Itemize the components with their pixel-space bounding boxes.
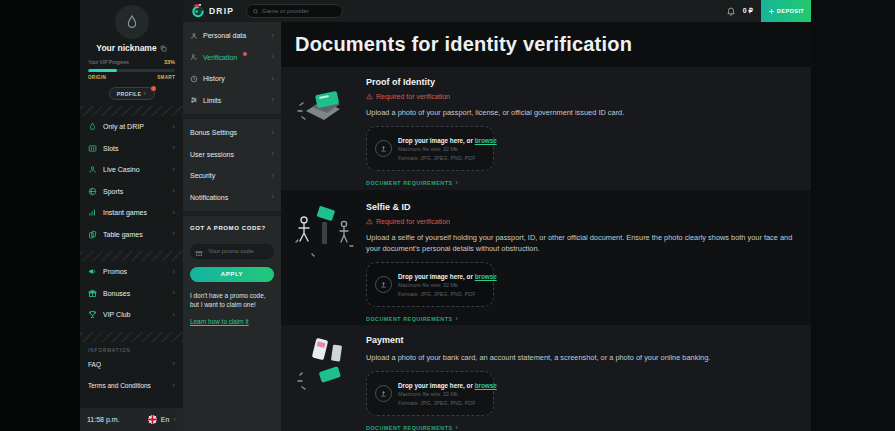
menu-item-user-sessions[interactable]: User sessions ›	[183, 144, 281, 166]
sidebar-item-table-games[interactable]: Table games ›	[80, 224, 183, 246]
sidebar-item-label: Only at DRIP	[103, 123, 144, 130]
warning-icon	[366, 93, 373, 100]
balance-amount[interactable]: 0 ₽	[743, 7, 753, 15]
profile-button[interactable]: PROFILE ›	[109, 87, 155, 100]
browse-link[interactable]: browse	[475, 382, 497, 389]
chevron-right-icon: ›	[143, 90, 146, 98]
chevron-right-icon: ›	[172, 123, 175, 131]
document-requirements-link[interactable]: DOCUMENT REQUIREMENTS ›	[366, 179, 793, 186]
dropzone-text: Drop your image here, or	[398, 382, 473, 389]
trophy-icon	[88, 310, 97, 319]
person-icon	[190, 32, 198, 40]
dimmed-background-right	[811, 0, 895, 431]
sliders-icon	[190, 96, 198, 104]
menu-item-label: User sessions	[190, 151, 234, 158]
brand-name: DRIP	[209, 6, 234, 16]
chevron-right-icon: ›	[456, 179, 458, 186]
sidebar-item-instant-games[interactable]: Instant games ›	[80, 202, 183, 224]
upload-dropzone-selfie[interactable]: Drop your image here, or browse Maximum …	[366, 262, 494, 307]
deposit-button[interactable]: DEPOSIT	[761, 0, 811, 22]
account-menu-secondary-group: Bonus Settings › User sessions › Securit…	[183, 119, 281, 211]
dropzone-formats: Formats: JPG, JPEG, PNG, PDF	[398, 155, 497, 161]
decorative-divider	[80, 332, 183, 342]
section-payment: Payment Upload a photo of your bank card…	[281, 325, 811, 431]
chevron-right-icon: ›	[271, 75, 274, 83]
dropzone-formats: Formats: JPG, JPEG, PNG, PDF	[398, 291, 497, 297]
sidebar-item-only-at-drip[interactable]: Only at DRIP ›	[80, 116, 183, 138]
clock-time: 11:58 p.m.	[87, 416, 120, 423]
notification-dot	[243, 52, 247, 56]
megaphone-icon	[88, 267, 97, 276]
sidebar-item-live-casino[interactable]: Live Casino ›	[80, 159, 183, 181]
document-requirements-label: DOCUMENT REQUIREMENTS	[366, 180, 453, 186]
sidebar-item-label: Terms and Conditions	[88, 382, 151, 389]
chevron-right-icon: ›	[172, 311, 175, 319]
required-text: Required for verification	[376, 93, 450, 100]
section-description: Upload a selfie of yourself holding your…	[366, 232, 793, 254]
document-requirements-label: DOCUMENT REQUIREMENTS	[366, 425, 453, 431]
browse-link[interactable]: browse	[475, 137, 497, 144]
upload-dropzone-payment[interactable]: Drop your image here, or browse Maximum …	[366, 371, 494, 416]
chevron-right-icon: ›	[271, 172, 274, 180]
search-icon	[252, 8, 259, 15]
dealer-icon	[88, 165, 97, 174]
notification-dot	[151, 86, 156, 91]
sidebar-item-label: Table games	[103, 231, 143, 238]
brand-logo[interactable]: DRIP	[191, 4, 234, 18]
edit-nickname-icon[interactable]	[160, 45, 167, 52]
search-box[interactable]	[246, 4, 343, 18]
person-check-icon	[190, 53, 198, 61]
sidebar-item-faq[interactable]: FAQ ›	[80, 354, 183, 376]
vip-tier-end: SMART	[157, 75, 175, 80]
vip-progress-percent: 33%	[164, 59, 175, 65]
sidebar-item-slots[interactable]: Slots ›	[80, 138, 183, 160]
browse-link[interactable]: browse	[475, 273, 497, 280]
sidebar-item-vip-club[interactable]: VIP Club ›	[80, 304, 183, 326]
chevron-right-icon: ›	[172, 209, 175, 217]
upload-icon	[375, 385, 392, 402]
menu-item-limits[interactable]: Limits ›	[183, 90, 281, 112]
main-content: Documents for identity verification	[281, 22, 811, 431]
section-proof-of-identity: Proof of Identity Required for verificat…	[281, 67, 811, 190]
dropzone-max-size: Maximum file size: 32 Mb	[398, 282, 497, 288]
menu-item-notifications[interactable]: Notifications ›	[183, 187, 281, 209]
dropzone-max-size: Maximum file size: 32 Mb	[398, 146, 497, 152]
app-root: Your nickname Your VIP Progress 33% ORIG…	[0, 0, 895, 431]
chevron-right-icon: ›	[271, 129, 274, 137]
chevron-right-icon: ›	[172, 230, 175, 238]
menu-item-history[interactable]: History ›	[183, 68, 281, 90]
document-requirements-link[interactable]: DOCUMENT REQUIREMENTS ›	[366, 315, 793, 322]
avatar[interactable]	[115, 5, 149, 39]
apply-promo-button[interactable]: APPLY	[190, 267, 274, 282]
language-selector[interactable]: En	[161, 416, 170, 423]
drip-logo-icon	[191, 4, 205, 18]
section-heading: Proof of Identity	[366, 77, 793, 87]
notifications-bell-icon[interactable]	[726, 6, 736, 16]
menu-item-bonus-settings[interactable]: Bonus Settings ›	[183, 122, 281, 144]
account-menu-primary-group: Personal data › Verification › History ›	[183, 22, 281, 114]
sidebar-item-bonuses[interactable]: Bonuses ›	[80, 283, 183, 305]
upload-icon	[375, 140, 392, 157]
dimmed-background-left	[0, 0, 80, 431]
chevron-right-icon: ›	[172, 382, 175, 390]
selfie-id-illustration	[289, 190, 359, 325]
menu-item-security[interactable]: Security ›	[183, 165, 281, 187]
sidebar-item-label: Live Casino	[103, 166, 140, 173]
sidebar-item-terms[interactable]: Terms and Conditions ›	[80, 375, 183, 397]
menu-item-verification[interactable]: Verification ›	[183, 47, 281, 69]
sidebar-item-label: Sports	[103, 188, 123, 195]
promo-claim-link[interactable]: Learn how to claim it	[190, 318, 249, 325]
sidebar-item-sports[interactable]: Sports ›	[80, 181, 183, 203]
document-requirements-link[interactable]: DOCUMENT REQUIREMENTS ›	[366, 424, 793, 431]
topbar: DRIP 0 ₽ DEPOSIT	[183, 0, 811, 22]
required-text: Required for verification	[376, 218, 450, 225]
chevron-right-icon: ›	[173, 416, 176, 424]
account-menu: Personal data › Verification › History ›	[183, 22, 281, 431]
section-heading: Payment	[366, 335, 793, 345]
upload-dropzone-proof[interactable]: Drop your image here, or browse Maximum …	[366, 126, 494, 171]
chevron-right-icon: ›	[172, 166, 175, 174]
menu-item-personal-data[interactable]: Personal data ›	[183, 25, 281, 47]
sidebar-item-promos[interactable]: Promos ›	[80, 261, 183, 283]
profile-button-label: PROFILE	[117, 91, 141, 97]
search-input[interactable]	[262, 8, 337, 14]
